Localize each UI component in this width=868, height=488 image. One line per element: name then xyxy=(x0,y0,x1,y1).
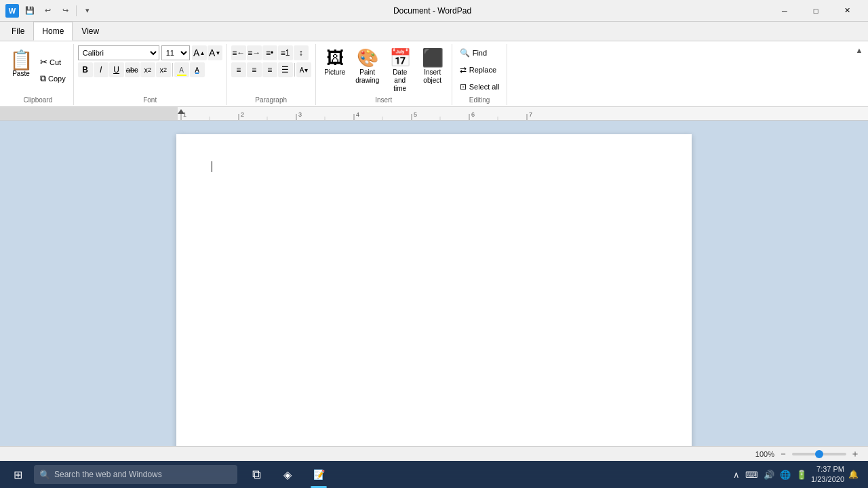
taskbar-system-icons: ∧ ⌨ 🔊 🌐 🔋 xyxy=(732,468,808,481)
battery-icon[interactable]: 🔋 xyxy=(795,468,808,481)
select-all-label: Select all xyxy=(469,83,500,91)
font-name-select[interactable]: Calibri xyxy=(78,45,159,60)
taskbar-wordpad[interactable]: 📝 xyxy=(304,461,334,488)
insert-object-label: Insertobject xyxy=(423,68,441,85)
text-highlight-btn[interactable]: A xyxy=(190,62,205,77)
svg-text:3: 3 xyxy=(298,111,302,118)
undo-quick-btn[interactable]: ↩ xyxy=(39,3,56,19)
text-cursor xyxy=(212,161,212,172)
network-icon[interactable]: 🌐 xyxy=(778,468,792,481)
scroll-area[interactable] xyxy=(0,121,868,446)
align-left-btn[interactable]: ≡ xyxy=(231,62,246,77)
start-button[interactable]: ⊞ xyxy=(3,461,33,488)
main-area xyxy=(0,121,868,446)
title-left-area: W 💾 ↩ ↪ ▾ xyxy=(5,3,96,19)
font-row2: B I U abc x2 x2 A A xyxy=(78,62,205,77)
maximize-button[interactable]: □ xyxy=(800,0,831,22)
copy-button[interactable]: ⧉ Copy xyxy=(37,71,69,86)
paragraph-content: ≡← ≡→ ≡• ≡1 ↕ ≡ ≡ ≡ ☰ A▾ xyxy=(231,45,311,95)
superscript-button[interactable]: x2 xyxy=(156,62,171,77)
decrease-indent-btn[interactable]: ≡← xyxy=(231,45,246,60)
paint-drawing-button[interactable]: 🎨 Paintdrawing xyxy=(353,45,382,87)
clipboard-content: 📋 Paste ✂ Cut ⧉ Copy xyxy=(7,45,69,95)
cut-icon: ✂ xyxy=(40,57,47,67)
select-all-icon: ⊡ xyxy=(460,82,467,92)
find-button[interactable]: 🔍 Find xyxy=(456,45,490,60)
zoom-out-btn[interactable]: － xyxy=(777,448,789,460)
zoom-slider-thumb[interactable] xyxy=(815,450,823,458)
replace-button[interactable]: ⇄ Replace xyxy=(456,62,500,77)
taskbar-search[interactable]: 🔍 Search the web and Windows xyxy=(34,465,237,484)
tab-home[interactable]: Home xyxy=(33,22,73,41)
paste-label: Paste xyxy=(12,70,30,77)
highlight-icon: A xyxy=(195,66,199,74)
insert-object-icon: ⬛ xyxy=(422,47,443,68)
text-color-btn[interactable]: A xyxy=(174,62,189,77)
clock-date: 1/23/2020 xyxy=(811,474,844,485)
align-center-btn[interactable]: ≡ xyxy=(247,62,262,77)
numbered-list-btn[interactable]: ≡1 xyxy=(278,45,293,60)
tab-view[interactable]: View xyxy=(73,22,108,41)
redo-quick-btn[interactable]: ↪ xyxy=(57,3,73,19)
select-all-button[interactable]: ⊡ Select all xyxy=(456,79,503,94)
increase-font-btn[interactable]: A▲ xyxy=(192,45,207,60)
replace-icon: ⇄ xyxy=(460,65,467,75)
paste-button[interactable]: 📋 Paste xyxy=(7,45,35,82)
cut-copy-column: ✂ Cut ⧉ Copy xyxy=(37,45,69,95)
italic-button[interactable]: I xyxy=(94,62,108,77)
svg-text:4: 4 xyxy=(356,111,359,118)
insert-object-button[interactable]: ⬛ Insertobject xyxy=(418,45,448,87)
close-button[interactable]: ✕ xyxy=(831,0,863,22)
keyboard-icon[interactable]: ⌨ xyxy=(744,468,760,481)
zoom-slider[interactable] xyxy=(792,453,846,455)
volume-icon[interactable]: 🔊 xyxy=(762,468,776,481)
chevron-up-icon[interactable]: ∧ xyxy=(732,468,741,481)
subscript-button[interactable]: x2 xyxy=(140,62,155,77)
taskbar: ⊞ 🔍 Search the web and Windows ⧉ ◈ 📝 ∧ ⌨… xyxy=(0,461,868,488)
align-right-btn[interactable]: ≡ xyxy=(262,62,277,77)
paragraph-group-label: Paragraph xyxy=(231,95,311,104)
ribbon-content: 📋 Paste ✂ Cut ⧉ Copy Clipboard xyxy=(0,41,868,106)
taskbar-items: ⧉ ◈ 📝 xyxy=(239,461,336,488)
strikethrough-button[interactable]: abc xyxy=(125,62,140,77)
app-icon: W xyxy=(5,4,19,18)
zoom-in-btn[interactable]: ＋ xyxy=(849,448,861,460)
zoom-control: 100% － ＋ xyxy=(755,448,861,460)
ribbon-collapse-btn[interactable]: ▲ xyxy=(853,44,865,56)
svg-text:2: 2 xyxy=(241,111,244,118)
copy-label: Copy xyxy=(48,75,66,83)
quick-access-toolbar: 💾 ↩ ↪ ▾ xyxy=(22,3,96,19)
align-justify-btn[interactable]: ☰ xyxy=(278,62,293,77)
customize-quick-btn[interactable]: ▾ xyxy=(79,3,96,19)
task-view-btn[interactable]: ⧉ xyxy=(241,461,271,488)
document-page[interactable] xyxy=(176,134,692,446)
notification-icon[interactable]: 🔔 xyxy=(847,468,860,481)
save-quick-btn[interactable]: 💾 xyxy=(22,3,38,19)
editing-content: 🔍 Find ⇄ Replace ⊡ Select all xyxy=(456,45,503,95)
date-time-button[interactable]: 📅 Date andtime xyxy=(385,45,415,95)
tab-file[interactable]: File xyxy=(3,22,33,41)
replace-label: Replace xyxy=(469,66,496,74)
bold-button[interactable]: B xyxy=(78,62,93,77)
bullet-list-btn[interactable]: ≡• xyxy=(262,45,277,60)
window-title: Document - WordPad xyxy=(96,6,769,16)
picture-label: Picture xyxy=(324,68,345,77)
taskbar-clock[interactable]: 7:37 PM 1/23/2020 xyxy=(811,464,844,485)
para-separator xyxy=(294,63,295,77)
date-time-icon: 📅 xyxy=(389,47,411,68)
find-icon: 🔍 xyxy=(460,48,470,58)
editing-group: 🔍 Find ⇄ Replace ⊡ Select all Editing xyxy=(452,44,508,105)
picture-button[interactable]: 🖼 Picture xyxy=(320,45,350,79)
increase-indent-btn[interactable]: ≡→ xyxy=(247,45,262,60)
line-spacing-btn[interactable]: ↕ xyxy=(294,45,309,60)
font-size-select[interactable]: 11 xyxy=(161,45,190,60)
decrease-font-btn[interactable]: A▼ xyxy=(208,45,222,60)
insert-group-label: Insert xyxy=(320,95,448,104)
underline-button[interactable]: U xyxy=(109,62,124,77)
taskbar-search-label: Search the web and Windows xyxy=(54,470,162,479)
para-color-btn[interactable]: A▾ xyxy=(296,62,311,77)
svg-text:1: 1 xyxy=(183,111,186,118)
taskbar-app1[interactable]: ◈ xyxy=(273,461,302,488)
cut-button[interactable]: ✂ Cut xyxy=(37,55,69,70)
minimize-button[interactable]: ─ xyxy=(769,0,800,22)
